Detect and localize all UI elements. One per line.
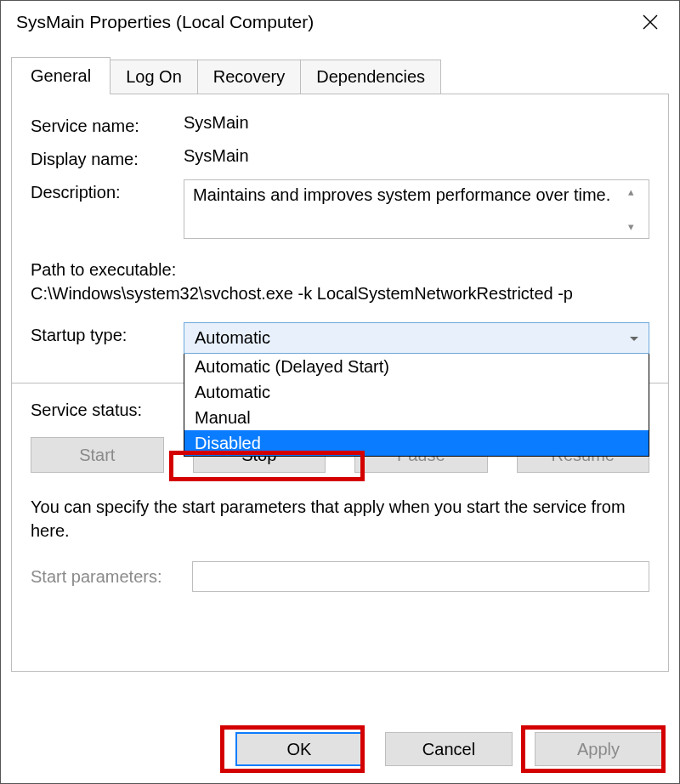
description-scrollbar[interactable]: ▴ ▾ [621,185,640,233]
tab-general[interactable]: General [11,57,110,94]
row-start-parameters: Start parameters: [31,561,649,592]
value-path: C:\Windows\system32\svchost.exe -k Local… [31,281,649,305]
tab-dependencies[interactable]: Dependencies [301,60,441,94]
cancel-button[interactable]: Cancel [385,732,513,766]
option-automatic[interactable]: Automatic [184,379,649,405]
label-service-status: Service status: [31,397,184,420]
option-disabled[interactable]: Disabled [184,430,649,456]
tab-recovery[interactable]: Recovery [198,60,301,94]
start-params-hint: You can specify the start parameters tha… [31,495,649,543]
start-button: Start [31,437,164,473]
dialog-window: SysMain Properties (Local Computer) Gene… [0,0,680,784]
dialog-buttons: OK Cancel Apply [235,732,662,766]
startup-type-select[interactable]: Automatic Automatic (Delayed Start) Auto… [184,322,649,354]
label-start-parameters: Start parameters: [31,567,192,587]
label-service-name: Service name: [31,113,184,136]
label-description: Description: [31,179,184,202]
description-box[interactable]: Maintains and improves system performanc… [184,179,649,239]
startup-type-button[interactable]: Automatic [184,322,649,354]
panel-general: Service name: SysMain Display name: SysM… [11,94,669,672]
row-description: Description: Maintains and improves syst… [31,179,649,239]
startup-type-selected: Automatic [195,328,270,347]
path-block: Path to executable: C:\Windows\system32\… [31,258,649,305]
row-startup-type: Startup type: Automatic Automatic (Delay… [31,322,649,354]
close-icon [643,14,658,30]
apply-button: Apply [535,732,662,766]
tab-strip: General Log On Recovery Dependencies [11,57,669,94]
ok-button[interactable]: OK [235,732,363,766]
tab-container: General Log On Recovery Dependencies Ser… [11,57,669,672]
close-button[interactable] [633,5,667,39]
label-startup-type: Startup type: [31,322,184,345]
label-path: Path to executable: [31,258,649,281]
label-display-name: Display name: [31,146,184,169]
scroll-up-icon[interactable]: ▴ [621,185,640,198]
row-service-name: Service name: SysMain [31,113,649,136]
start-parameters-input [192,561,649,592]
tab-log-on[interactable]: Log On [110,60,198,94]
window-title: SysMain Properties (Local Computer) [16,12,314,32]
titlebar: SysMain Properties (Local Computer) [1,1,679,43]
row-display-name: Display name: SysMain [31,146,649,169]
scroll-down-icon[interactable]: ▾ [621,220,640,233]
option-automatic-delayed[interactable]: Automatic (Delayed Start) [184,354,649,379]
startup-type-dropdown: Automatic (Delayed Start) Automatic Manu… [184,354,649,457]
option-manual[interactable]: Manual [184,405,649,430]
value-display-name: SysMain [184,146,649,166]
value-service-name: SysMain [184,113,649,133]
description-text: Maintains and improves system performanc… [193,185,621,233]
